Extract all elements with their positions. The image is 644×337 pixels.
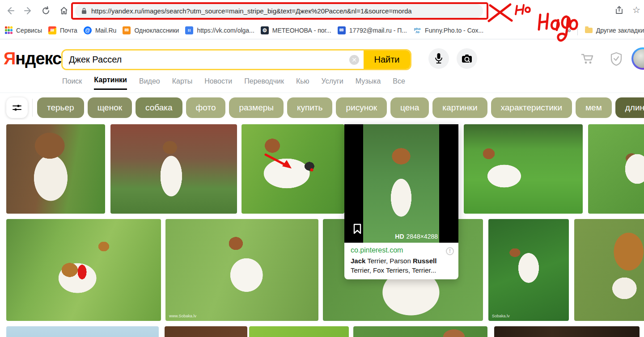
bookmark-item-meteonova[interactable]: ⚙ МЕТЕОНОВА - пог... — [261, 26, 331, 34]
yandex-header: Яндекс ✕ Найти Поиск Картинки Видео Карт… — [0, 39, 644, 93]
lock-icon — [81, 8, 87, 14]
divider — [32, 99, 33, 117]
filter-chips-row: терьер щенок собака фото размеры купить … — [0, 95, 644, 120]
yandex-mail-icon: ✉ — [48, 26, 56, 34]
bookmark-item-odnoklassniki[interactable]: ✉ Одноклассники — [123, 26, 179, 34]
tab-kartinki[interactable]: Картинки — [94, 76, 127, 90]
cart-icon[interactable] — [580, 53, 594, 67]
chip-dlinnosherstnye[interactable]: длинношерстные — [615, 97, 644, 118]
chip-foto[interactable]: фото — [186, 97, 226, 118]
ok-envelope-icon: ✉ — [123, 26, 131, 34]
bookmark-item-mailru[interactable]: @ Mail.Ru — [84, 26, 116, 34]
watermark: Sobaka.lv — [492, 314, 510, 318]
browser-toolbar: https://yandex.ru/images/search?utm_sour… — [0, 0, 644, 21]
other-bookmarks-label[interactable]: Другие закладки — [596, 27, 644, 34]
resolution-badge: HD2848×4288 — [395, 233, 438, 240]
voice-search-button[interactable] — [428, 48, 449, 69]
tab-kyu[interactable]: Кью — [296, 77, 309, 90]
search-box: ✕ Найти — [61, 49, 411, 70]
source-domain-link[interactable]: co.pinterest.com — [351, 246, 452, 254]
bookmark-item-17792[interactable]: ✉ 17792@mail.ru - П... — [338, 26, 407, 34]
filters-button[interactable] — [6, 97, 28, 118]
chip-harakteristiki[interactable]: характеристики — [491, 97, 572, 118]
mail-envelope-icon: ✉ — [338, 26, 346, 34]
chip-mem[interactable]: мем — [576, 97, 612, 118]
share-icon[interactable] — [614, 5, 624, 17]
microphone-icon — [434, 53, 443, 64]
avatar-photo — [633, 49, 644, 68]
save-bookmark-icon[interactable] — [353, 223, 361, 236]
bookmark-item-services[interactable]: Сервисы — [4, 26, 42, 34]
tab-poisk[interactable]: Поиск — [62, 77, 82, 90]
chip-kartinki[interactable]: картинки — [432, 97, 487, 118]
image-result[interactable] — [165, 326, 247, 337]
image-result[interactable]: Sobaka.lv — [488, 219, 569, 321]
image-result[interactable]: www.Sobaka.lv — [165, 219, 318, 321]
chip-risunok[interactable]: рисунок — [336, 97, 387, 118]
bookmark-item-pochta[interactable]: ✉ Почта — [48, 26, 77, 34]
service-tabs: Поиск Картинки Видео Карты Новости Перев… — [62, 76, 405, 90]
bookmarks-overflow-chevron[interactable]: » — [561, 26, 577, 34]
forward-icon[interactable] — [21, 3, 36, 18]
image-title: Jack Terrier, Parson Russell Terrier, Fo… — [351, 256, 452, 275]
image-result[interactable] — [110, 124, 237, 214]
bookmark-item-funnyphoto[interactable]: pho.to Funny.Pho.to - Сох... — [413, 26, 483, 34]
yandex-logo[interactable]: Яндекс — [4, 49, 61, 68]
url-bar[interactable]: https://yandex.ru/images/search?utm_sour… — [75, 4, 483, 18]
preview-info-card[interactable]: co.pinterest.com ! Jack Terrier, Parson … — [344, 243, 458, 279]
refresh-icon[interactable] — [38, 3, 54, 18]
shield-protect-icon[interactable] — [610, 52, 623, 68]
image-result[interactable] — [494, 326, 640, 337]
watermark: www.Sobaka.lv — [169, 314, 196, 318]
apps-grid-icon — [4, 26, 13, 34]
camera-icon — [462, 54, 472, 63]
avatar[interactable] — [631, 47, 644, 70]
image-result[interactable] — [249, 326, 349, 337]
info-icon[interactable]: ! — [446, 247, 454, 255]
url-text: https://yandex.ru/images/search?utm_sour… — [91, 7, 412, 15]
photo-site-icon: pho.to — [413, 26, 421, 34]
image-result[interactable] — [6, 219, 161, 321]
chip-cena[interactable]: цена — [390, 97, 429, 118]
image-result[interactable] — [588, 124, 644, 214]
folder-icon — [585, 28, 593, 33]
image-result[interactable] — [6, 124, 105, 214]
image-search-button[interactable] — [457, 48, 477, 69]
tab-perevodchik[interactable]: Переводчик — [244, 77, 284, 90]
tab-video[interactable]: Видео — [139, 77, 160, 90]
tab-uslugi[interactable]: Услуги — [322, 77, 343, 90]
image-result[interactable] — [6, 326, 159, 337]
chip-schenok[interactable]: щенок — [88, 97, 132, 118]
gear-icon: ⚙ — [261, 26, 269, 34]
vk-pause-icon: II — [185, 26, 193, 34]
image-result[interactable] — [353, 326, 487, 337]
back-icon[interactable] — [3, 3, 18, 18]
tab-muzyka[interactable]: Музыка — [356, 77, 381, 90]
divider — [577, 25, 578, 35]
tab-vse[interactable]: Все — [393, 77, 405, 90]
tab-karty[interactable]: Карты — [172, 77, 193, 90]
clear-search-icon[interactable]: ✕ — [349, 55, 359, 65]
sliders-icon — [12, 103, 22, 112]
chip-sobaka[interactable]: собака — [136, 97, 182, 118]
bookmarks-bar-right: » Другие закладки — [561, 21, 644, 39]
tab-novosti[interactable]: Новости — [204, 77, 232, 90]
search-button[interactable]: Найти — [364, 51, 410, 69]
image-result[interactable] — [574, 219, 644, 321]
home-icon[interactable] — [56, 3, 72, 18]
bookmark-item-vk[interactable]: II https://vk.com/olga... — [185, 26, 254, 34]
chip-razmery[interactable]: размеры — [229, 97, 283, 118]
image-result[interactable] — [242, 124, 344, 214]
bookmark-star-icon[interactable]: ☆ — [632, 4, 640, 15]
bookmarks-bar: Сервисы ✉ Почта @ Mail.Ru ✉ Одноклассник… — [0, 21, 644, 39]
chip-kupit[interactable]: купить — [287, 97, 333, 118]
preview-photo — [363, 124, 439, 243]
image-result-preview[interactable]: HD2848×4288 — [344, 124, 458, 243]
mailru-at-icon: @ — [84, 26, 92, 34]
image-result[interactable] — [464, 124, 583, 214]
chip-terier[interactable]: терьер — [37, 97, 84, 118]
search-input[interactable] — [63, 51, 349, 69]
screen: https://yandex.ru/images/search?utm_sour… — [0, 0, 644, 337]
